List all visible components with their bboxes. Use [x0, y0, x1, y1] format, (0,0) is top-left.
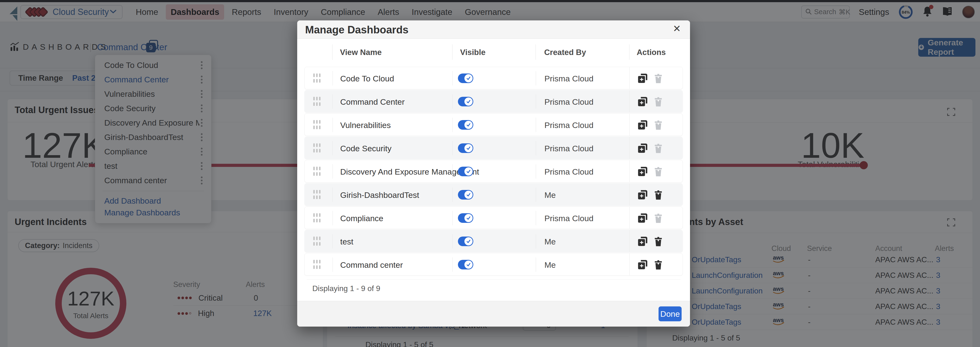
close-icon[interactable]: ✕ — [673, 24, 681, 33]
dashboard-name: Vulnerabilities — [340, 120, 391, 130]
app-screen: Cloud Security Home Dashboards Reports I… — [0, 0, 980, 347]
drag-handle-icon[interactable] — [313, 190, 320, 199]
visibility-toggle[interactable] — [458, 236, 473, 246]
dashboard-table-row: Girish-DashboardTest Me — [304, 183, 683, 206]
trash-icon[interactable] — [653, 166, 665, 177]
dashboards-table: Code To Cloud Prisma Cloud — [304, 67, 683, 276]
duplicate-icon[interactable] — [637, 236, 649, 247]
duplicate-icon[interactable] — [637, 73, 649, 84]
visibility-toggle[interactable] — [458, 120, 473, 130]
created-by-value: Me — [544, 260, 556, 270]
dashboard-name: Command Center — [340, 97, 404, 107]
dashboard-table-row: test Me — [304, 230, 683, 252]
duplicate-icon[interactable] — [637, 119, 649, 131]
duplicate-icon[interactable] — [637, 259, 649, 271]
dashboard-name: Code To Cloud — [340, 74, 394, 83]
dashboard-table-row: Discovery And Exposure Management Prisma… — [304, 160, 683, 182]
drag-handle-icon[interactable] — [313, 236, 320, 246]
duplicate-icon[interactable] — [637, 166, 649, 177]
dashboard-name: Girish-DashboardTest — [340, 190, 419, 200]
created-by-value: Prisma Cloud — [544, 214, 593, 223]
toggle-knob — [465, 167, 473, 176]
duplicate-icon[interactable] — [637, 189, 649, 201]
dashboard-table-row: Compliance Prisma Cloud — [304, 206, 683, 229]
created-by-value: Prisma Cloud — [544, 97, 593, 107]
drag-handle-icon[interactable] — [313, 260, 320, 269]
toggle-knob — [465, 237, 473, 246]
trash-icon[interactable] — [653, 212, 665, 224]
trash-icon[interactable] — [653, 73, 665, 84]
dashboard-table-row: Command Center Prisma Cloud — [304, 90, 683, 112]
drag-handle-icon[interactable] — [313, 166, 320, 176]
trash-icon[interactable] — [653, 189, 665, 201]
visible-column-header: Visible — [460, 48, 485, 57]
toggle-knob — [465, 214, 473, 222]
toggle-knob — [465, 121, 473, 129]
created-by-value: Prisma Cloud — [544, 74, 593, 83]
toggle-knob — [465, 191, 473, 199]
done-button[interactable]: Done — [659, 306, 682, 321]
pagination-status: Displaying 1 - 9 of 9 — [312, 284, 380, 293]
actions-column-header: Actions — [637, 48, 666, 57]
created-by-value: Prisma Cloud — [544, 144, 593, 153]
trash-icon[interactable] — [653, 119, 665, 131]
dashboard-name: Code Security — [340, 144, 391, 153]
view-name-column-header: View Name — [340, 48, 382, 57]
modal-title: Manage Dashboards — [305, 24, 409, 36]
created-by-value: Me — [544, 237, 556, 246]
dashboard-table-row: Code To Cloud Prisma Cloud — [304, 67, 683, 89]
visibility-toggle[interactable] — [458, 143, 473, 153]
duplicate-icon[interactable] — [637, 212, 649, 224]
dashboard-table-row: Code Security Prisma Cloud — [304, 137, 683, 159]
modal-header: Manage Dashboards ✕ — [297, 21, 690, 39]
visibility-toggle[interactable] — [458, 97, 473, 106]
created-by-value: Me — [544, 190, 556, 200]
toggle-knob — [465, 98, 473, 106]
trash-icon[interactable] — [653, 96, 665, 108]
drag-handle-icon[interactable] — [313, 73, 320, 82]
toggle-knob — [465, 74, 473, 82]
visibility-toggle[interactable] — [458, 166, 473, 176]
dashboard-name: test — [340, 237, 353, 246]
drag-handle-icon[interactable] — [313, 143, 320, 152]
toggle-knob — [465, 261, 473, 269]
drag-handle-icon[interactable] — [313, 213, 320, 222]
visibility-toggle[interactable] — [458, 190, 473, 200]
trash-icon[interactable] — [653, 259, 665, 271]
visibility-toggle[interactable] — [458, 260, 473, 269]
trash-icon[interactable] — [653, 236, 665, 247]
toggle-knob — [465, 144, 473, 152]
created-by-column-header: Created By — [544, 48, 586, 57]
dashboard-table-row: Vulnerabilities Prisma Cloud — [304, 113, 683, 136]
dashboard-name: Compliance — [340, 214, 383, 223]
dashboard-name: Command center — [340, 260, 403, 270]
dashboard-table-row: Command center Me — [304, 253, 683, 276]
modal-footer: Done — [297, 301, 690, 326]
duplicate-icon[interactable] — [637, 143, 649, 154]
visibility-toggle[interactable] — [458, 213, 473, 223]
trash-icon[interactable] — [653, 143, 665, 154]
created-by-value: Prisma Cloud — [544, 167, 593, 176]
duplicate-icon[interactable] — [637, 96, 649, 108]
created-by-value: Prisma Cloud — [544, 120, 593, 130]
manage-dashboards-modal: Manage Dashboards ✕ View Name Visible Cr… — [297, 21, 690, 326]
drag-handle-icon[interactable] — [313, 120, 320, 129]
drag-handle-icon[interactable] — [313, 97, 320, 106]
visibility-toggle[interactable] — [458, 73, 473, 83]
